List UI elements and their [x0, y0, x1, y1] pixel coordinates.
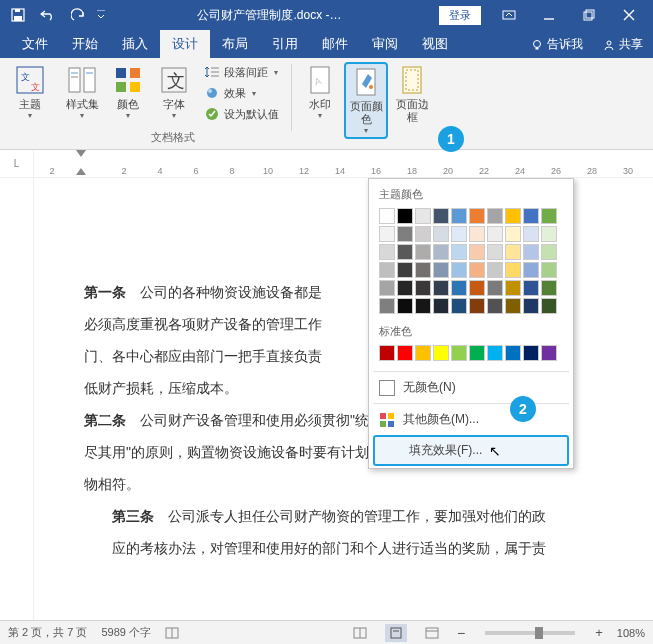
- color-swatch[interactable]: [505, 244, 521, 260]
- ruler-corner[interactable]: L: [0, 150, 34, 177]
- tab-insert[interactable]: 插入: [110, 30, 160, 58]
- color-swatch[interactable]: [415, 226, 431, 242]
- color-swatch[interactable]: [451, 298, 467, 314]
- color-swatch[interactable]: [541, 280, 557, 296]
- color-swatch[interactable]: [487, 208, 503, 224]
- color-swatch[interactable]: [415, 208, 431, 224]
- color-swatch[interactable]: [379, 244, 395, 260]
- read-mode-button[interactable]: [349, 624, 371, 642]
- color-swatch[interactable]: [505, 208, 521, 224]
- color-swatch[interactable]: [397, 262, 413, 278]
- tab-design[interactable]: 设计: [160, 30, 210, 58]
- restore-button[interactable]: [569, 0, 609, 30]
- color-swatch[interactable]: [451, 244, 467, 260]
- horizontal-ruler[interactable]: 224681012141618202224262830: [34, 150, 653, 177]
- color-swatch[interactable]: [433, 298, 449, 314]
- zoom-out[interactable]: −: [457, 625, 465, 641]
- share-button[interactable]: 共享: [593, 31, 653, 58]
- login-button[interactable]: 登录: [439, 6, 481, 25]
- color-swatch[interactable]: [451, 280, 467, 296]
- color-swatch[interactable]: [523, 298, 539, 314]
- color-swatch[interactable]: [487, 280, 503, 296]
- color-swatch[interactable]: [469, 280, 485, 296]
- web-layout-button[interactable]: [421, 624, 443, 642]
- color-swatch[interactable]: [415, 298, 431, 314]
- color-swatch[interactable]: [523, 280, 539, 296]
- zoom-in[interactable]: +: [595, 625, 603, 640]
- tab-layout[interactable]: 布局: [210, 30, 260, 58]
- fonts-button[interactable]: 文 字体 ▾: [152, 62, 196, 122]
- styleset-button[interactable]: 样式集 ▾: [60, 62, 104, 122]
- vertical-ruler[interactable]: [0, 178, 34, 624]
- tab-file[interactable]: 文件: [10, 30, 60, 58]
- color-swatch[interactable]: [505, 262, 521, 278]
- color-swatch[interactable]: [379, 345, 395, 361]
- color-swatch[interactable]: [541, 226, 557, 242]
- color-swatch[interactable]: [487, 244, 503, 260]
- color-swatch[interactable]: [523, 226, 539, 242]
- save-button[interactable]: [4, 2, 32, 28]
- tab-review[interactable]: 审阅: [360, 30, 410, 58]
- print-layout-button[interactable]: [385, 624, 407, 642]
- color-swatch[interactable]: [397, 208, 413, 224]
- close-button[interactable]: [609, 0, 649, 30]
- color-swatch[interactable]: [541, 262, 557, 278]
- first-line-indent-marker[interactable]: [76, 150, 86, 157]
- color-swatch[interactable]: [433, 226, 449, 242]
- color-swatch[interactable]: [469, 226, 485, 242]
- ribbon-display-options[interactable]: [489, 0, 529, 30]
- page-indicator[interactable]: 第 2 页，共 7 页: [8, 625, 87, 640]
- color-swatch[interactable]: [469, 208, 485, 224]
- color-swatch[interactable]: [451, 208, 467, 224]
- color-swatch[interactable]: [433, 244, 449, 260]
- zoom-thumb[interactable]: [535, 627, 543, 639]
- color-swatch[interactable]: [487, 298, 503, 314]
- page-color-button[interactable]: 页面颜色 ▾: [344, 62, 388, 139]
- color-swatch[interactable]: [397, 226, 413, 242]
- page-borders-button[interactable]: 页面边框: [390, 62, 434, 126]
- color-swatch[interactable]: [379, 298, 395, 314]
- color-swatch[interactable]: [379, 226, 395, 242]
- color-swatch[interactable]: [397, 345, 413, 361]
- color-swatch[interactable]: [505, 226, 521, 242]
- tab-mailings[interactable]: 邮件: [310, 30, 360, 58]
- minimize-button[interactable]: [529, 0, 569, 30]
- color-swatch[interactable]: [379, 208, 395, 224]
- color-swatch[interactable]: [541, 298, 557, 314]
- color-swatch[interactable]: [541, 244, 557, 260]
- tab-references[interactable]: 引用: [260, 30, 310, 58]
- set-default-button[interactable]: 设为默认值: [198, 104, 285, 124]
- color-swatch[interactable]: [397, 244, 413, 260]
- color-swatch[interactable]: [415, 345, 431, 361]
- color-swatch[interactable]: [505, 298, 521, 314]
- paragraph-spacing-button[interactable]: 段落间距▾: [198, 62, 285, 82]
- color-swatch[interactable]: [451, 345, 467, 361]
- color-swatch[interactable]: [523, 208, 539, 224]
- more-colors-item[interactable]: 其他颜色(M)...: [369, 406, 573, 433]
- color-swatch[interactable]: [469, 345, 485, 361]
- color-swatch[interactable]: [433, 262, 449, 278]
- color-swatch[interactable]: [523, 345, 539, 361]
- tab-home[interactable]: 开始: [60, 30, 110, 58]
- tab-view[interactable]: 视图: [410, 30, 460, 58]
- color-swatch[interactable]: [397, 280, 413, 296]
- color-swatch[interactable]: [487, 226, 503, 242]
- redo-button[interactable]: [64, 2, 92, 28]
- color-swatch[interactable]: [523, 244, 539, 260]
- color-swatch[interactable]: [451, 226, 467, 242]
- word-count[interactable]: 5989 个字: [101, 625, 151, 640]
- colors-button[interactable]: 颜色 ▾: [106, 62, 150, 122]
- effects-button[interactable]: 效果▾: [198, 83, 285, 103]
- watermark-button[interactable]: A 水印 ▾: [298, 62, 342, 122]
- color-swatch[interactable]: [523, 262, 539, 278]
- color-swatch[interactable]: [469, 244, 485, 260]
- color-swatch[interactable]: [469, 298, 485, 314]
- color-swatch[interactable]: [415, 280, 431, 296]
- color-swatch[interactable]: [487, 345, 503, 361]
- color-swatch[interactable]: [469, 262, 485, 278]
- color-swatch[interactable]: [415, 244, 431, 260]
- color-swatch[interactable]: [505, 280, 521, 296]
- color-swatch[interactable]: [451, 262, 467, 278]
- color-swatch[interactable]: [541, 208, 557, 224]
- zoom-level[interactable]: 108%: [617, 627, 645, 639]
